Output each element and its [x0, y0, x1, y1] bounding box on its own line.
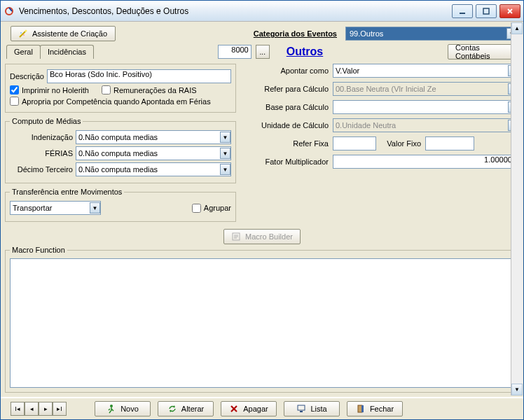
svg-point-3 — [25, 30, 27, 32]
record-nav: I◂ ◂ ▸ ▸I — [11, 402, 67, 416]
unidade-calculo-select[interactable]: 0.Unidade Neutra▼ — [333, 118, 519, 132]
ferias-label: FÉRIAS — [10, 149, 73, 158]
refer-calculo-label: Refer para Cálculo — [244, 85, 329, 93]
codigo-input[interactable]: 8000 — [218, 45, 251, 59]
computo-medias-group: Computo de Médias Indenização 0.Não comp… — [5, 117, 236, 183]
descricao-input[interactable]: Bco Horas (Sdo Inic. Positivo) — [47, 69, 231, 83]
refresh-icon — [167, 404, 177, 414]
macro-builder-row: Macro Builder — [5, 229, 519, 244]
svg-point-5 — [23, 34, 25, 36]
novo-button[interactable]: Novo — [95, 401, 151, 416]
descricao-label: Descrição — [10, 72, 44, 80]
chevron-down-icon[interactable]: ▼ — [220, 148, 230, 159]
decimo-select[interactable]: 0.Não computa medias▼ — [76, 162, 231, 176]
codigo-browse-button[interactable]: ... — [256, 45, 270, 59]
minimize-button[interactable] — [452, 4, 473, 18]
svg-rect-11 — [361, 405, 364, 412]
unidade-calculo-label: Unidade de Cálculo — [244, 121, 329, 130]
apontar-label: Apontar como — [244, 66, 329, 75]
close-button[interactable] — [499, 4, 520, 18]
indenizacao-select[interactable]: 0.Não computa medias▼ — [76, 130, 231, 144]
agrupar-checkbox[interactable]: Agrupar — [192, 204, 231, 213]
nav-prev-button[interactable]: ◂ — [25, 402, 39, 416]
fechar-button[interactable]: Fechar — [347, 401, 403, 416]
transportar-select[interactable]: Transportar▼ — [10, 201, 101, 215]
door-icon — [356, 404, 366, 414]
maximize-button[interactable] — [476, 4, 497, 18]
svg-rect-9 — [300, 411, 303, 412]
ferias-select[interactable]: 0.Não computa medias▼ — [76, 146, 231, 160]
app-icon — [4, 6, 15, 17]
tab-geral[interactable]: Geral — [6, 45, 41, 59]
window-body: Assistente de Criação Categoria dos Even… — [1, 22, 523, 397]
transferencia-group: Transferência entre Movimentos Transport… — [5, 188, 236, 222]
tabs: Geral Incidências — [6, 45, 93, 59]
decimo-label: Décimo Terceiro — [10, 165, 73, 174]
macro-function-textarea[interactable] — [10, 258, 514, 388]
app-window: Vencimentos, Descontos, Deduções e Outro… — [0, 0, 524, 420]
fator-input[interactable]: 1.000000 — [333, 155, 519, 169]
imprimir-holerith-checkbox[interactable]: Imprimir no Holerith — [10, 85, 89, 94]
chevron-down-icon[interactable]: ▼ — [220, 132, 230, 143]
wand-icon — [18, 29, 28, 38]
person-run-icon — [106, 404, 116, 414]
categoria-value: 99.Outros — [347, 29, 506, 38]
macro-function-legend: Macro Function — [10, 246, 67, 254]
valor-fixo-label: Valor Fixo — [380, 139, 421, 148]
right-column: Apontar como V.Valor▼ Refer para Cálculo… — [244, 64, 519, 222]
apropria-competencia-checkbox[interactable]: Apropria por Competência quando Apontada… — [10, 97, 211, 106]
refer-calculo-select[interactable]: 00.Base Neutra (Vlr Inicial Ze▼ — [333, 82, 519, 96]
tab-row: Geral Incidências 8000 ... Outros Contas… — [5, 44, 519, 59]
descricao-group: Descrição Bco Horas (Sdo Inic. Positivo)… — [5, 64, 236, 113]
monitor-icon — [296, 404, 306, 414]
chevron-down-icon[interactable]: ▼ — [90, 202, 100, 214]
window-title: Vencimentos, Descontos, Deduções e Outro… — [19, 6, 452, 16]
scroll-down-button[interactable]: ▼ — [511, 384, 523, 396]
top-toolbar: Assistente de Criação Categoria dos Even… — [5, 26, 519, 41]
tab-incidencias[interactable]: Incidências — [40, 45, 94, 59]
x-icon — [229, 404, 239, 414]
base-calculo-label: Base para Cálculo — [244, 103, 329, 111]
contas-contabeis-button[interactable]: Contas Contábeis — [448, 44, 515, 59]
footer-toolbar: I◂ ◂ ▸ ▸I Novo Alterar Apagar Lista Fech… — [1, 397, 523, 419]
svg-rect-2 — [483, 8, 489, 14]
scroll-up-button[interactable]: ▲ — [511, 22, 523, 34]
apontar-select[interactable]: V.Valor▼ — [333, 64, 519, 78]
outros-link[interactable]: Outros — [287, 46, 323, 58]
refer-fixa-label: Refer Fixa — [244, 139, 329, 148]
categoria-select[interactable]: 99.Outros ▼ — [345, 27, 519, 41]
lista-button[interactable]: Lista — [284, 401, 340, 416]
nav-last-button[interactable]: ▸I — [53, 402, 67, 416]
transferencia-legend: Transferência entre Movimentos — [10, 188, 124, 196]
assistente-label: Assistente de Criação — [32, 29, 107, 38]
macro-function-group: Macro Function — [5, 246, 519, 393]
indenizacao-label: Indenização — [10, 133, 73, 141]
fator-label: Fator Multiplicador — [244, 158, 329, 166]
categoria-label: Categoria dos Eventos — [254, 29, 337, 38]
svg-rect-8 — [298, 405, 305, 410]
svg-rect-1 — [460, 13, 465, 14]
computo-medias-legend: Computo de Médias — [10, 117, 83, 125]
nav-next-button[interactable]: ▸ — [39, 402, 53, 416]
apagar-button[interactable]: Apagar — [221, 401, 277, 416]
scroll-icon — [231, 232, 241, 241]
svg-point-7 — [110, 405, 113, 407]
valor-fixo-input[interactable] — [425, 136, 474, 150]
assistente-button[interactable]: Assistente de Criação — [11, 26, 116, 41]
panels: Descrição Bco Horas (Sdo Inic. Positivo)… — [5, 64, 519, 222]
macro-builder-button[interactable]: Macro Builder — [223, 229, 301, 244]
svg-point-4 — [20, 32, 22, 34]
vertical-scrollbar[interactable]: ▲ ▼ — [511, 22, 523, 396]
nav-first-button[interactable]: I◂ — [11, 402, 25, 416]
alterar-button[interactable]: Alterar — [158, 401, 214, 416]
chevron-down-icon[interactable]: ▼ — [220, 164, 230, 175]
window-buttons — [452, 4, 520, 18]
refer-fixa-input[interactable] — [333, 136, 376, 150]
titlebar: Vencimentos, Descontos, Deduções e Outro… — [1, 1, 523, 22]
scroll-track[interactable] — [511, 34, 523, 384]
remuneracoes-rais-checkbox[interactable]: Remunerações da RAIS — [102, 85, 197, 94]
left-column: Descrição Bco Horas (Sdo Inic. Positivo)… — [5, 64, 236, 222]
base-calculo-select[interactable]: ▼ — [333, 100, 519, 114]
